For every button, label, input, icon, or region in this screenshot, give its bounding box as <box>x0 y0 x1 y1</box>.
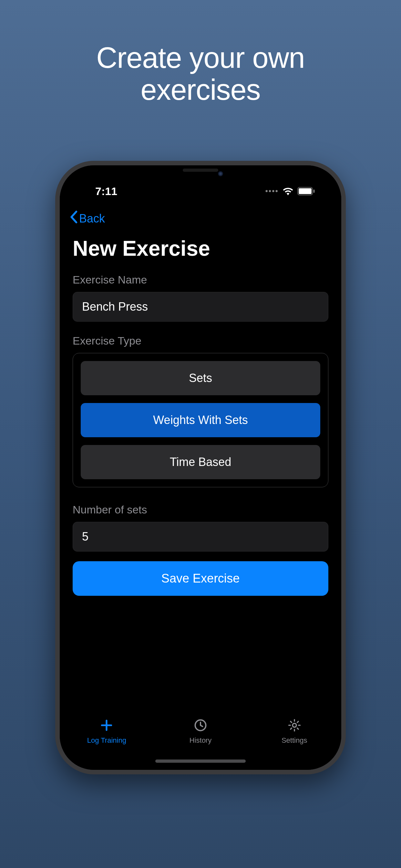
type-option-weights-with-sets[interactable]: Weights With Sets <box>81 403 320 437</box>
wifi-icon <box>282 187 294 195</box>
nav-bar: Back <box>60 204 341 229</box>
tab-settings[interactable]: Settings <box>262 718 327 745</box>
save-exercise-button[interactable]: Save Exercise <box>73 561 328 596</box>
back-button[interactable]: Back <box>69 211 105 226</box>
clock-icon <box>193 718 208 734</box>
home-indicator[interactable] <box>155 760 246 763</box>
page-title: New Exercise <box>60 229 341 270</box>
tab-history[interactable]: History <box>168 718 233 745</box>
number-of-sets-label: Number of sets <box>73 503 328 516</box>
app-screen: 7:11 •••• <box>60 165 341 770</box>
battery-icon <box>297 187 315 195</box>
tab-log-training[interactable]: Log Training <box>74 718 139 745</box>
phone-notch <box>139 165 262 183</box>
tab-label-settings: Settings <box>281 736 307 745</box>
svg-rect-2 <box>313 190 315 193</box>
tab-label-log-training: Log Training <box>87 736 126 745</box>
gear-icon <box>287 718 302 734</box>
type-option-sets[interactable]: Sets <box>81 361 320 395</box>
phone-frame: 7:11 •••• <box>55 161 346 774</box>
promo-title-line2: exercises <box>141 73 260 106</box>
exercise-type-group: Sets Weights With Sets Time Based <box>73 353 328 487</box>
status-time: 7:11 <box>95 185 117 197</box>
type-option-time-based[interactable]: Time Based <box>81 445 320 479</box>
exercise-type-label: Exercise Type <box>73 335 328 347</box>
svg-rect-1 <box>299 188 312 194</box>
form-content: Exercise Name Bench Press Exercise Type … <box>60 270 341 712</box>
back-label: Back <box>79 212 105 225</box>
svg-point-4 <box>292 723 297 727</box>
exercise-name-input[interactable]: Bench Press <box>73 292 328 321</box>
status-indicators: •••• <box>265 187 315 196</box>
exercise-name-label: Exercise Name <box>73 274 328 286</box>
promo-title: Create your own exercises <box>96 42 305 106</box>
plus-icon <box>99 718 114 734</box>
cellular-dots-icon: •••• <box>265 187 279 196</box>
chevron-left-icon <box>69 211 78 226</box>
promo-title-line1: Create your own <box>96 42 305 74</box>
number-of-sets-input[interactable]: 5 <box>73 522 328 552</box>
tab-label-history: History <box>189 736 212 745</box>
